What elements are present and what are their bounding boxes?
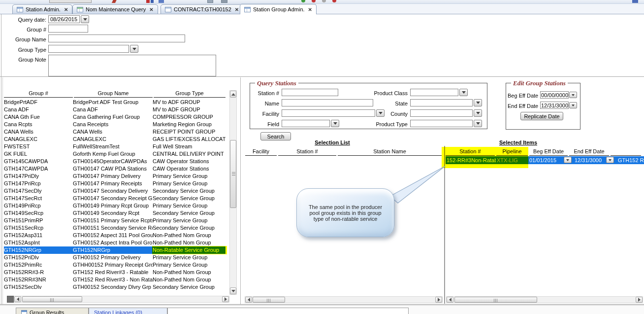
- horizontal-scrollbar[interactable]: [245, 296, 443, 303]
- end-eff-date-dropdown-button[interactable]: [569, 102, 577, 108]
- group-table-row[interactable]: GTH152RR#3NRGTH152 Red River#3 - Non Rat…: [4, 276, 225, 283]
- group-table-row[interactable]: GTH151SecRcpGTH00151 Secondary Service R…: [4, 224, 225, 232]
- toolbar-help-icon[interactable]: [632, 0, 638, 3]
- group-table-row[interactable]: GTH149SecRcpGTH00149 Secondary RcptSecon…: [4, 209, 225, 217]
- group-table-row[interactable]: GTH147PriRcpGTH00147 Primary ReceiptsPri…: [4, 180, 225, 187]
- scroll-down-button[interactable]: [230, 287, 236, 294]
- toolbar-status-red-icon[interactable]: [312, 0, 316, 2]
- group-table-row[interactable]: GTH152NRGrpGTH152NRGrpNon-Ratable Servic…: [4, 246, 225, 254]
- column-header[interactable]: Beg Eff Date: [529, 148, 568, 156]
- group-table-row[interactable]: GTH152PriDlvGTH00152 Primary DeliveryPri…: [4, 254, 225, 261]
- toolbar-status-red2-icon[interactable]: [332, 0, 336, 2]
- tab-station-admin[interactable]: Station Admin. ✕: [12, 4, 72, 14]
- close-icon[interactable]: ✕: [148, 7, 153, 12]
- field-dropdown-button[interactable]: [331, 120, 339, 127]
- toolbar-pen-icon[interactable]: [112, 0, 117, 3]
- group-table-row[interactable]: CANA Gth FueCana Gathering Fuel GroupCOM…: [4, 113, 225, 121]
- replicate-date-button[interactable]: Replicate Date: [520, 112, 563, 120]
- toolbar-save-icon[interactable]: [207, 0, 213, 3]
- end-date-dropdown-button[interactable]: [606, 157, 614, 163]
- station-name-input[interactable]: [282, 99, 373, 106]
- tab-nom-maintenance-query[interactable]: Nom Maintenance Query ✕: [72, 4, 158, 14]
- product-type-dropdown-button[interactable]: [474, 120, 482, 127]
- group-table-row[interactable]: GTH152AspIntGTH00152 Aspect Intra Pool G…: [4, 239, 225, 246]
- beg-eff-date-dropdown-button[interactable]: [569, 92, 577, 98]
- close-icon[interactable]: ✕: [234, 7, 239, 12]
- tab-contract[interactable]: CONTRACT:GTH00152 ✕: [161, 4, 243, 14]
- scroll-right-button[interactable]: [435, 297, 442, 303]
- group-type-dropdown-button[interactable]: [130, 45, 138, 53]
- county-input[interactable]: [410, 109, 473, 117]
- state-input[interactable]: [410, 99, 473, 106]
- scroll-left-button[interactable]: [447, 297, 453, 303]
- scrollbar-thumb[interactable]: [454, 297, 537, 303]
- close-icon[interactable]: ✕: [307, 7, 312, 12]
- column-header[interactable]: Station #: [278, 148, 336, 156]
- group-table-row[interactable]: GTH151PrimRPGTH00151 Primary Service Rcp…: [4, 217, 225, 224]
- group-table-row[interactable]: GTH152PrimRcGTHH00152 Primary Receipt Gr…: [4, 261, 225, 269]
- group-table-row[interactable]: GTH152SecDlvGTH00152 Secondary Dlvry Grp…: [4, 283, 225, 291]
- facility-input[interactable]: [282, 109, 375, 117]
- horizontal-scrollbar[interactable]: [14, 296, 229, 303]
- scroll-left-button[interactable]: [14, 296, 21, 302]
- column-header[interactable]: Pipeline: [496, 148, 528, 156]
- column-header[interactable]: Group Type: [154, 90, 225, 98]
- group-table-row[interactable]: CANA WellsCANA WellsRECEIPT POINT GROUP: [4, 128, 225, 136]
- group-table-row[interactable]: Cana RcptsCana ReceiptsMarketing Region …: [4, 121, 225, 128]
- bottom-tab-station-linkages[interactable]: Station Linkages (0): [89, 308, 167, 314]
- group-note-textarea[interactable]: [48, 55, 216, 76]
- close-icon[interactable]: ✕: [63, 7, 68, 12]
- group-table-row[interactable]: FWSTESTFullWellStreamTestFull Well Strea…: [4, 143, 225, 150]
- query-date-dropdown-button[interactable]: [81, 15, 89, 23]
- group-table-row[interactable]: GTH149PriRcpGTH00149 Primary Rcpt GroupP…: [4, 202, 225, 209]
- toolbar-dropdown-fragment[interactable]: [49, 0, 92, 3]
- scrollbar-thumb[interactable]: [22, 296, 82, 302]
- group-table-row[interactable]: GTH152Asp311GTH00152 Aspect 311 Pool Gro…: [4, 232, 225, 239]
- column-header[interactable]: Group Name: [74, 90, 153, 98]
- column-header[interactable]: [611, 148, 641, 156]
- group-table-row[interactable]: GK FUELGoforth Kemp Fuel GroupCENTRAL DE…: [4, 150, 225, 158]
- group-table-row[interactable]: GTH147SecDlyGTH00147 Secondary DeliveryS…: [4, 187, 225, 195]
- county-dropdown-button[interactable]: [474, 109, 482, 117]
- scroll-left-button[interactable]: [245, 297, 252, 303]
- toolbar-print-icon[interactable]: [221, 0, 227, 3]
- horizontal-scrollbar[interactable]: [446, 296, 643, 303]
- column-header[interactable]: Station Name: [338, 148, 442, 156]
- group-table-row[interactable]: BridgePrtADFBridgePort ADF Test GroupMV …: [4, 99, 225, 106]
- selected-items-row[interactable]: 152-RR#3Non-Ratable XTX-LIG 01/01/2015 1…: [446, 156, 644, 164]
- product-class-dropdown-button[interactable]: [459, 89, 468, 96]
- toolbar-sort-arrow-icon[interactable]: [151, 0, 154, 3]
- column-header[interactable]: End Eff Date: [569, 148, 609, 156]
- scrollbar-thumb[interactable]: [253, 297, 285, 303]
- state-dropdown-button[interactable]: [474, 99, 482, 106]
- beg-eff-date-field[interactable]: 00/00/0000: [540, 91, 569, 99]
- end-eff-date-field[interactable]: 12/31/3000: [540, 102, 569, 109]
- bottom-tab-group-results[interactable]: Group Results: [16, 308, 89, 314]
- scroll-right-button[interactable]: [222, 296, 229, 302]
- scroll-right-button[interactable]: [636, 297, 643, 303]
- beg-date-dropdown-button[interactable]: [564, 157, 572, 163]
- group-table-row[interactable]: GTH145CAWPDAGTH00145OperatorCAWPDAsCAW O…: [4, 158, 225, 165]
- tab-station-group-admin[interactable]: Station Group Admin. ✕: [240, 4, 317, 14]
- column-header[interactable]: Facility: [245, 148, 277, 156]
- query-date-field[interactable]: 08/26/2015: [48, 15, 80, 23]
- group-type-input[interactable]: [48, 45, 129, 53]
- group-table-row[interactable]: GTH147SecRctGTH00147 Secondary Receipt G…: [4, 195, 225, 202]
- column-header[interactable]: Station #: [446, 148, 495, 156]
- search-button[interactable]: Search: [260, 132, 291, 140]
- group-number-input[interactable]: [48, 25, 88, 33]
- group-table-row[interactable]: Cana ADFCana ADFMV to ADF GROUP: [4, 106, 225, 113]
- group-table-row[interactable]: CANAGLEXCCANAGLEXCGAS LIFT/EXCESS ALLOCA…: [4, 136, 225, 143]
- product-type-input[interactable]: [410, 120, 473, 127]
- toolbar-grid-icon[interactable]: [159, 0, 164, 3]
- group-table-row[interactable]: GTH147PriDlyGTH00147 Primary DeliveryPri…: [4, 173, 225, 180]
- column-header[interactable]: Group #: [4, 90, 73, 98]
- group-table-row[interactable]: GTH147CAWPDAGTH00147 CAW PDA StationsCAW…: [4, 165, 225, 173]
- field-input[interactable]: [282, 120, 330, 127]
- product-class-input[interactable]: [410, 89, 458, 96]
- group-name-input[interactable]: [48, 35, 185, 42]
- group-table-row[interactable]: GTH152RR#3-RGTH152 Red River#3 - Ratable…: [4, 269, 225, 276]
- station-number-input[interactable]: [282, 89, 338, 96]
- toolbar-status-gray-icon[interactable]: [322, 0, 326, 2]
- scrollbar-corner-box[interactable]: [7, 296, 14, 303]
